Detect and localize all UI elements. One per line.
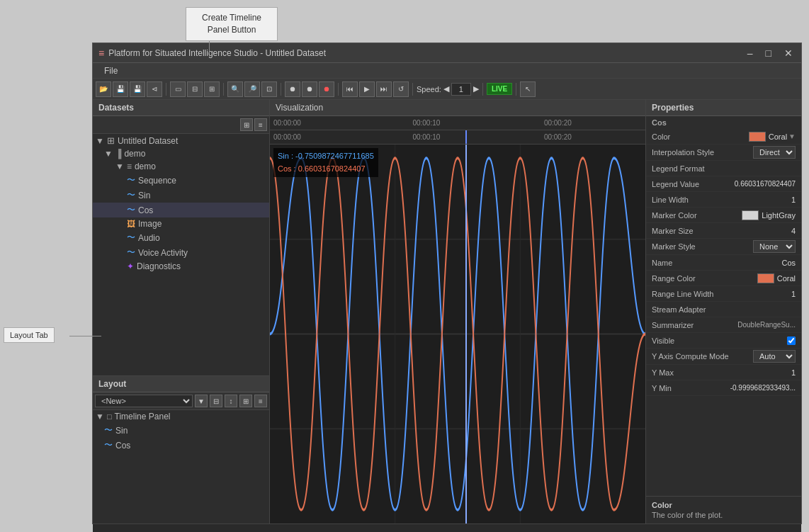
- toolbar-rec2-btn[interactable]: ⏺: [302, 81, 317, 97]
- toolbar-cursor-btn[interactable]: ↖: [520, 81, 536, 97]
- title-bar-controls[interactable]: – □ ✕: [745, 47, 796, 59]
- prop-color-label: Color: [652, 132, 749, 141]
- chart-area[interactable]: Sin : -0.7509872467711685 Cos : 0.660316…: [270, 145, 645, 523]
- prop-linewidth-row[interactable]: Line Width 1: [646, 192, 801, 208]
- toolbar-zoomout-btn[interactable]: 🔎: [244, 81, 260, 97]
- ruler-mark-2: 00:00:20: [544, 119, 572, 127]
- menu-file[interactable]: File: [98, 64, 123, 77]
- tree-demo-1[interactable]: ▼ ▐ demo: [93, 147, 269, 160]
- toolbar-rec3-btn[interactable]: ⏺: [319, 81, 334, 97]
- tree-voice-activity[interactable]: 〜 Voice Activity: [93, 245, 269, 260]
- prop-section-label: Cos: [652, 118, 667, 127]
- layout-select[interactable]: <New>: [95, 395, 193, 407]
- toolbar-open-btn[interactable]: 📂: [96, 81, 111, 97]
- ruler-mark-0: 00:00:00: [273, 119, 301, 127]
- ruler2-mark-0: 00:00:00: [273, 133, 301, 141]
- toolbar-start-btn[interactable]: ⏮: [342, 81, 358, 97]
- sin-icon: 〜: [127, 189, 135, 201]
- toolbar-save-btn[interactable]: 💾: [113, 81, 128, 97]
- prop-markercolor-value: LightGray: [762, 211, 796, 220]
- datasets-toolbar: ⊞ ≡: [93, 116, 269, 134]
- toolbar-split-h-btn[interactable]: ⊟: [187, 81, 203, 97]
- ruler-mark-1: 00:00:10: [412, 119, 440, 127]
- marker-color-swatch[interactable]: [742, 210, 759, 220]
- prop-markersize-row[interactable]: Marker Size 4: [646, 223, 801, 239]
- color-dropdown-arrow[interactable]: ▼: [788, 132, 796, 140]
- ds-expand-btn[interactable]: ⊞: [240, 118, 253, 131]
- prop-ymax-row[interactable]: Y Max 1: [646, 365, 801, 380]
- layout-toolbar: <New> ▼ ⊟ ↕ ⊞ ≡: [93, 392, 269, 410]
- ruler2-mark-1: 00:00:10: [412, 133, 440, 141]
- prop-yaxis-row[interactable]: Y Axis Compute Mode Auto: [646, 349, 801, 365]
- prop-rangecolor-row[interactable]: Range Color Coral: [646, 271, 801, 286]
- title-bar: ≡ Platform for Situated Intelligence Stu…: [93, 43, 801, 63]
- chart-svg[interactable]: [270, 145, 645, 523]
- tree-audio[interactable]: 〜 Audio: [93, 230, 269, 245]
- create-timeline-panel-callout: Create Timeline Panel Button: [186, 7, 278, 41]
- layout-sin-icon: 〜: [104, 424, 113, 436]
- live-btn[interactable]: LIVE: [487, 83, 512, 95]
- datasets-tree: ▼ ⊞ Untitled Dataset ▼ ▐ demo ▼ ≡ demo 〜…: [93, 134, 269, 376]
- callout-text: Create Timeline Panel Button: [202, 13, 261, 35]
- toolbar-back-btn[interactable]: ⊲: [147, 81, 162, 97]
- layout-btn2[interactable]: ⊟: [210, 395, 222, 407]
- tree-sin[interactable]: 〜 Sin: [93, 188, 269, 203]
- prop-markersize-value: 4: [791, 227, 796, 235]
- toolbar-zoomin-btn[interactable]: 🔍: [227, 81, 243, 97]
- close-btn[interactable]: ✕: [781, 47, 796, 59]
- prop-markerstyle-select[interactable]: None: [753, 240, 796, 253]
- maximize-btn[interactable]: □: [763, 47, 774, 59]
- color-swatch-coral[interactable]: [749, 132, 766, 142]
- prop-rangelinewidth-row[interactable]: Range Line Width 1: [646, 286, 801, 302]
- prop-rangecolor-label: Range Color: [652, 274, 757, 283]
- prop-visible-row[interactable]: Visible: [646, 333, 801, 349]
- prop-markerstyle-row[interactable]: Marker Style None: [646, 239, 801, 255]
- ds-list-btn[interactable]: ≡: [254, 118, 267, 131]
- tree-diagnostics[interactable]: ✦ Diagnostics: [93, 260, 269, 273]
- prop-interp-row[interactable]: Interpolation Style Direct: [646, 145, 801, 161]
- prop-color-row[interactable]: Color Coral ▼: [646, 129, 801, 145]
- speed-input[interactable]: [451, 83, 471, 96]
- toolbar-fit-btn[interactable]: ⊡: [261, 81, 277, 97]
- layout-timeline-panel[interactable]: ▼ □ Timeline Panel: [93, 410, 269, 423]
- toolbar-loop-btn[interactable]: ↺: [393, 81, 409, 97]
- layout-btn4[interactable]: ⊞: [239, 395, 252, 407]
- toolbar-play-btn[interactable]: ▶: [359, 81, 375, 97]
- tree-untitled-dataset[interactable]: ▼ ⊞ Untitled Dataset: [93, 134, 269, 147]
- tree-demo-2[interactable]: ▼ ≡ demo: [93, 160, 269, 173]
- prop-yaxis-select[interactable]: Auto: [753, 350, 796, 363]
- toolbar-grid-btn[interactable]: ⊞: [204, 81, 220, 97]
- prop-footer-title: Color: [652, 501, 796, 509]
- prop-legendfmt-row[interactable]: Legend Format: [646, 161, 801, 176]
- layout-btn3[interactable]: ↕: [225, 395, 237, 407]
- speed-increase-btn[interactable]: ▶: [473, 84, 479, 94]
- sep1: [166, 83, 166, 96]
- prop-streamadapter-row[interactable]: Stream Adapter: [646, 302, 801, 317]
- toolbar-rec1-btn[interactable]: ⏺: [285, 81, 300, 97]
- ruler2-mark-2: 00:00:20: [544, 133, 572, 141]
- tree-cos[interactable]: 〜 Cos: [93, 203, 269, 217]
- minimize-btn[interactable]: –: [745, 47, 756, 59]
- prop-markercolor-row[interactable]: Marker Color LightGray: [646, 208, 801, 223]
- prop-visible-checkbox[interactable]: [787, 336, 796, 345]
- layout-btn5[interactable]: ≡: [254, 395, 267, 407]
- range-color-swatch[interactable]: [757, 273, 774, 283]
- prop-ymin-row[interactable]: Y Min -0.9999682933493...: [646, 380, 801, 396]
- prop-interp-select[interactable]: Direct: [753, 146, 796, 159]
- layout-cos[interactable]: 〜 Cos: [93, 438, 269, 453]
- cos-label-tree: Cos: [138, 205, 153, 215]
- layout-btn1[interactable]: ▼: [195, 395, 208, 407]
- toolbar-saveas-btn[interactable]: 💾: [130, 81, 145, 97]
- toolbar-end-btn[interactable]: ⏭: [376, 81, 392, 97]
- speed-control: Speed: ◀ ▶: [417, 83, 479, 96]
- layout-sin[interactable]: 〜 Sin: [93, 423, 269, 438]
- vis-title: Visualization: [276, 103, 323, 113]
- prop-visible-label: Visible: [652, 336, 787, 345]
- sep3: [281, 83, 281, 96]
- toolbar-single-btn[interactable]: ▭: [170, 81, 186, 97]
- tree-image[interactable]: 🖼 Image: [93, 217, 269, 230]
- prop-name-row[interactable]: Name Cos: [646, 255, 801, 271]
- speed-decrease-btn[interactable]: ◀: [443, 84, 449, 94]
- tree-sequence[interactable]: 〜 Sequence: [93, 173, 269, 188]
- prop-yaxis-label: Y Axis Compute Mode: [652, 352, 753, 361]
